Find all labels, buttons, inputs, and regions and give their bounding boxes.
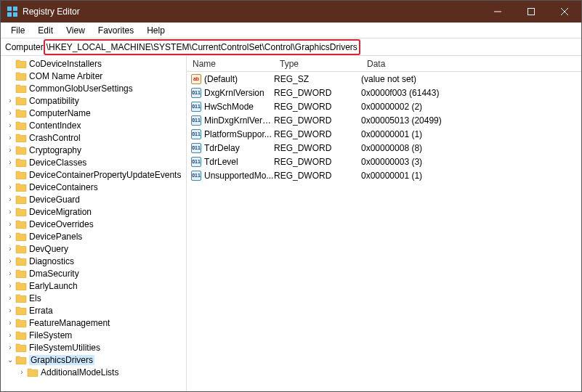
tree-node[interactable]: ›FileSystemUtilities [1, 341, 186, 354]
list-row[interactable]: ab(Default)REG_SZ(value not set) [187, 72, 581, 86]
expand-icon[interactable]: › [5, 195, 15, 203]
expand-icon[interactable]: › [5, 343, 15, 351]
expand-icon[interactable]: › [5, 97, 15, 105]
expand-icon[interactable]: › [5, 232, 15, 240]
expand-icon[interactable]: › [5, 158, 15, 166]
list-view[interactable]: Name Type Data ab(Default)REG_SZ(value n… [187, 56, 581, 391]
list-row[interactable]: 011DxgKrnlVersionREG_DWORD0x0000f003 (61… [187, 86, 581, 99]
tree-label: GraphicsDrivers [29, 355, 94, 365]
expand-icon[interactable]: ⌄ [5, 356, 15, 364]
string-icon: ab [191, 74, 201, 84]
tree-label: Els [29, 293, 41, 303]
tree-node[interactable]: ›DeviceGuard [1, 193, 186, 205]
tree-node[interactable]: CommonGlobUserSettings [1, 82, 186, 94]
expand-icon[interactable]: › [5, 146, 15, 154]
close-button[interactable] [548, 1, 581, 23]
expand-icon[interactable]: › [5, 183, 15, 191]
cell-name: HwSchMode [204, 102, 274, 112]
list-row[interactable]: 011TdrLevelREG_DWORD0x00000003 (3) [187, 155, 581, 168]
tree-node[interactable]: ›ComputerName [1, 107, 186, 119]
tree-label: DmaSecurity [29, 269, 79, 279]
tree-label: CommonGlobUserSettings [29, 83, 133, 94]
tree-node[interactable]: ›FeatureManagement [1, 317, 186, 329]
expand-icon[interactable]: › [5, 306, 15, 314]
expand-icon[interactable]: › [5, 245, 15, 253]
expand-icon[interactable]: › [5, 294, 15, 302]
tree-node[interactable]: ›DmaSecurity [1, 267, 186, 279]
expand-icon[interactable]: › [5, 319, 15, 327]
tree-label: ContentIndex [29, 121, 81, 131]
cell-name: UnsupportedMo... [204, 171, 274, 181]
expand-icon[interactable]: › [5, 257, 15, 265]
tree-node[interactable]: ›AdditionalModeLists [1, 366, 186, 378]
menu-view[interactable]: View [60, 24, 91, 37]
tree-view[interactable]: CoDeviceInstallersCOM Name ArbiterCommon… [1, 56, 187, 391]
maximize-button[interactable] [514, 1, 548, 23]
tree-node[interactable]: ›Els [1, 292, 186, 304]
tree-node[interactable]: ›DevicePanels [1, 230, 186, 242]
expand-icon[interactable]: › [5, 121, 15, 129]
svg-rect-2 [7, 12, 12, 17]
minimize-button[interactable] [481, 1, 514, 23]
list-header: Name Type Data [187, 56, 581, 72]
list-row[interactable]: 011PlatformSuppor...REG_DWORD0x00000001 … [187, 127, 581, 141]
dword-icon: 011 [191, 157, 201, 167]
tree-node[interactable]: ›DeviceClasses [1, 156, 186, 168]
tree-label: Diagnostics [29, 256, 74, 266]
list-row[interactable]: 011HwSchModeREG_DWORD0x00000002 (2) [187, 99, 581, 113]
col-name[interactable]: Name [187, 59, 274, 69]
expand-icon[interactable]: › [5, 220, 15, 228]
cell-type: REG_DWORD [274, 143, 361, 153]
tree-node[interactable]: ›Cryptography [1, 144, 186, 156]
expand-icon[interactable]: › [5, 282, 15, 290]
tree-node[interactable]: ›DeviceContainers [1, 181, 186, 193]
menu-favorites[interactable]: Favorites [92, 24, 140, 37]
expand-icon[interactable]: › [5, 208, 15, 216]
tree-label: CoDeviceInstallers [29, 59, 102, 69]
expand-icon[interactable]: › [5, 331, 15, 339]
tree-node[interactable]: DeviceContainerPropertyUpdateEvents [1, 168, 186, 181]
list-row[interactable]: 011MinDxgKrnlVersi...REG_DWORD0x00005013… [187, 113, 581, 127]
tree-label: COM Name Arbiter [29, 71, 102, 81]
tree-node[interactable]: ›DeviceOverrides [1, 218, 186, 230]
cell-name: DxgKrnlVersion [204, 88, 274, 98]
titlebar[interactable]: Registry Editor [1, 1, 581, 23]
cell-data: (value not set) [361, 74, 581, 84]
tree-node[interactable]: ›Compatibility [1, 94, 186, 107]
tree-node[interactable]: ›Diagnostics [1, 255, 186, 267]
menu-edit[interactable]: Edit [32, 24, 59, 37]
tree-node[interactable]: ›DevQuery [1, 242, 186, 255]
expand-icon[interactable]: › [5, 109, 15, 117]
svg-rect-0 [7, 7, 12, 11]
cell-data: 0x00000001 (1) [361, 129, 581, 139]
expand-icon[interactable]: › [5, 134, 15, 142]
expand-icon[interactable]: › [5, 269, 15, 277]
address-path[interactable]: \HKEY_LOCAL_MACHINE\SYSTEM\CurrentContro… [47, 42, 357, 52]
tree-node[interactable]: ›Errata [1, 304, 186, 317]
tree-node[interactable]: ›ContentIndex [1, 119, 186, 131]
cell-data: 0x00005013 (20499) [361, 115, 581, 126]
cell-data: 0x0000f003 (61443) [361, 88, 581, 98]
tree-label: Cryptography [29, 145, 81, 155]
menu-help[interactable]: Help [141, 24, 171, 37]
tree-node[interactable]: CoDeviceInstallers [1, 57, 186, 70]
tree-node[interactable]: ⌄GraphicsDrivers [1, 354, 186, 366]
tree-label: DevicePanels [29, 232, 82, 242]
dword-icon: 011 [191, 102, 201, 112]
tree-node[interactable]: COM Name Arbiter [1, 70, 186, 82]
tree-node[interactable]: ›CrashControl [1, 131, 186, 144]
tree-label: Errata [29, 306, 53, 316]
tree-label: DeviceOverrides [29, 219, 94, 229]
cell-type: REG_DWORD [274, 157, 361, 167]
list-row[interactable]: 011TdrDelayREG_DWORD0x00000008 (8) [187, 141, 581, 155]
tree-node[interactable]: ›FileSystem [1, 329, 186, 341]
tree-node[interactable]: ›EarlyLaunch [1, 279, 186, 292]
cell-data: 0x00000008 (8) [361, 143, 581, 153]
menubar: File Edit View Favorites Help [1, 23, 581, 38]
col-data[interactable]: Data [361, 59, 581, 69]
tree-node[interactable]: ›DeviceMigration [1, 205, 186, 218]
menu-file[interactable]: File [5, 24, 31, 37]
expand-icon[interactable]: › [17, 368, 27, 376]
list-row[interactable]: 011UnsupportedMo...REG_DWORD0x00000001 (… [187, 168, 581, 182]
col-type[interactable]: Type [274, 59, 361, 69]
